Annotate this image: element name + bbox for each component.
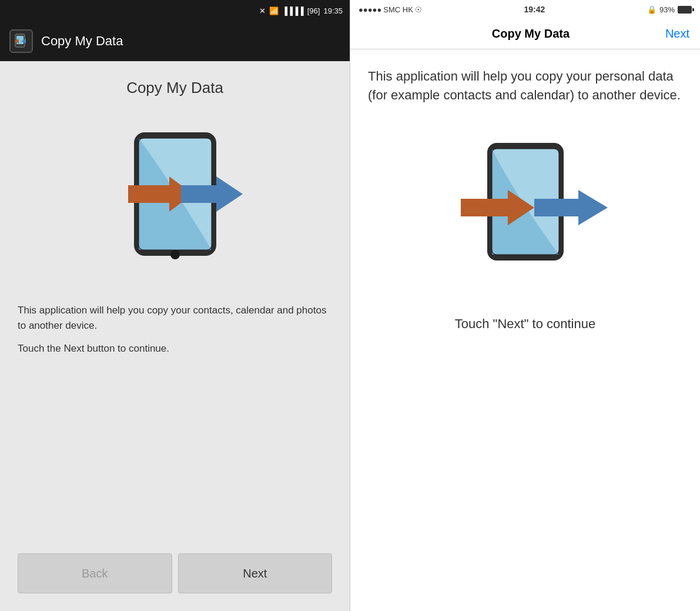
ios-status-bar: ●●●●● SMC HK ☉ 19:42 🔒 93%: [350, 0, 700, 19]
ios-description: This application will help you copy your…: [368, 67, 682, 105]
android-status-bar: ✕ 📶 ▐▐▐▐ [96] 19:35: [0, 0, 350, 21]
ios-battery-icon: [678, 6, 692, 14]
android-illustration: [93, 115, 257, 279]
ios-nav-title: Copy My Data: [492, 27, 570, 41]
ios-status-right: 🔒 93%: [647, 5, 692, 14]
android-back-button[interactable]: Back: [18, 553, 172, 593]
ios-time: 19:42: [524, 5, 545, 14]
ios-nav-bar: Copy My Data Next: [350, 19, 700, 49]
android-description: This application will help you copy your…: [12, 303, 338, 333]
android-mute-icon: ✕: [259, 6, 266, 15]
ios-status-left: ●●●●● SMC HK ☉: [359, 5, 422, 14]
android-time: 19:35: [323, 6, 343, 15]
ios-panel: ●●●●● SMC HK ☉ 19:42 🔒 93% Copy My Data …: [350, 0, 700, 611]
android-signal-icon: ▐▐▐▐: [282, 6, 304, 15]
ios-content-area: This application will help you copy your…: [350, 49, 700, 611]
android-next-button[interactable]: Next: [178, 553, 333, 593]
ios-illustration: [368, 128, 682, 293]
ios-wifi-icon: ☉: [415, 5, 422, 14]
ios-instruction: Touch "Next" to continue: [368, 316, 682, 332]
svg-point-7: [170, 250, 180, 259]
ios-battery-percent: 93%: [659, 5, 675, 14]
android-instruction: Touch the Next button to continue.: [12, 341, 338, 356]
android-heading: Copy My Data: [126, 79, 223, 97]
android-wifi-icon: 📶: [269, 6, 279, 15]
android-title-bar: Copy My Data: [0, 21, 350, 61]
android-button-row: Back Next: [12, 542, 338, 611]
android-app-title-bar: Copy My Data: [41, 34, 123, 49]
ios-signal-dots: ●●●●●: [359, 5, 381, 14]
ios-carrier: SMC HK: [383, 5, 413, 14]
android-panel: ✕ 📶 ▐▐▐▐ [96] 19:35 Copy My Data Copy My…: [0, 0, 350, 611]
android-battery-indicator: [96]: [307, 6, 320, 15]
android-app-icon: [9, 29, 33, 53]
android-content-area: Copy My Data This application will help …: [0, 61, 350, 611]
ios-lock-icon: 🔒: [647, 5, 657, 14]
ios-next-button[interactable]: Next: [665, 27, 689, 41]
